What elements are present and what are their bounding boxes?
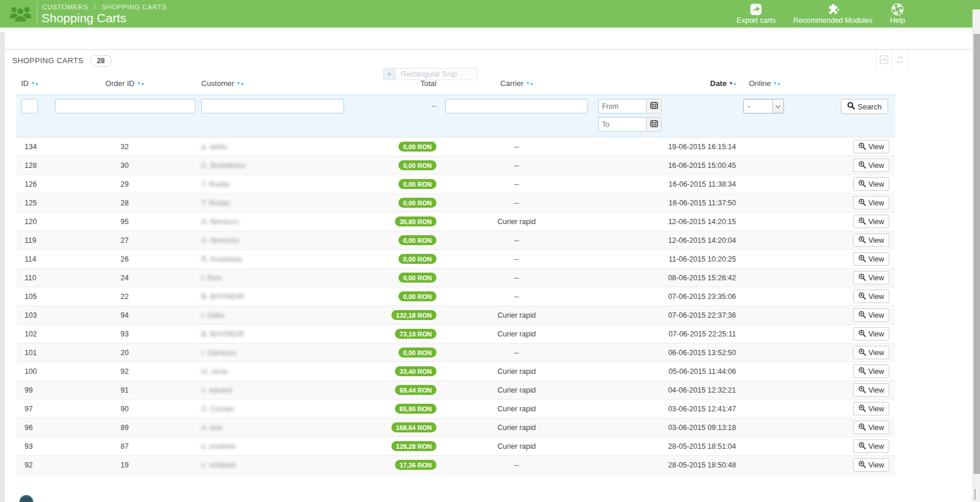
date-to-picker-button[interactable] xyxy=(646,117,662,132)
total-cell: 0,00 RON xyxy=(349,142,443,152)
sort-desc-icon[interactable]: ▾ xyxy=(137,81,140,86)
customer-name-blurred: a. stirbu xyxy=(201,143,227,151)
chevron-down-icon xyxy=(975,489,975,500)
customer-name-blurred: I. Dalia xyxy=(201,311,224,319)
column-header-online[interactable]: Online ▾▴ xyxy=(743,79,807,88)
view-button[interactable]: View xyxy=(853,439,889,453)
total-cell: 73,10 RON xyxy=(349,329,443,339)
view-button[interactable]: View xyxy=(853,215,889,228)
zoom-in-icon xyxy=(858,236,866,245)
sort-icons-carrier[interactable]: ▾▴ xyxy=(527,81,533,86)
filter-carrier-input[interactable] xyxy=(445,99,588,114)
customer-name-cell: a. stirbu xyxy=(198,143,349,151)
page-title: Shopping Carts xyxy=(42,11,126,25)
view-button[interactable]: View xyxy=(853,327,889,341)
sort-desc-icon-active[interactable]: ▾ xyxy=(730,81,733,86)
table-row: 99 91 s. eduard 69,44 RON Curier rapid 0… xyxy=(16,381,895,400)
view-button[interactable]: View xyxy=(853,402,889,415)
filter-order-id-input[interactable] xyxy=(55,99,195,114)
scrollbar-thumb[interactable] xyxy=(974,34,980,474)
view-button[interactable]: View xyxy=(853,196,889,209)
date-cell: 28-05-2015 18:51:04 xyxy=(590,442,743,451)
snip-tooltip-label: Rectangular Snip xyxy=(396,70,457,78)
vertical-scrollbar[interactable] xyxy=(972,9,980,502)
customer-name-cell: m. stroe xyxy=(198,367,349,376)
recommended-modules-button[interactable]: Recommended Modules xyxy=(793,0,873,25)
sort-icons-online[interactable]: ▾▴ xyxy=(774,81,780,86)
view-button[interactable]: View xyxy=(853,346,889,359)
panel-export-button[interactable] xyxy=(876,50,892,71)
view-button[interactable]: View xyxy=(853,308,889,322)
actions-cell: View xyxy=(807,196,895,209)
scrollbar-down-arrow[interactable] xyxy=(975,489,975,500)
view-button[interactable]: View xyxy=(853,290,889,303)
column-header-id[interactable]: ID ▾▴ xyxy=(16,79,51,88)
header-actions: Export carts Recommended Modules Help xyxy=(737,0,905,27)
sort-asc-icon[interactable]: ▴ xyxy=(530,81,533,86)
view-button[interactable]: View xyxy=(853,140,889,153)
view-button[interactable]: View xyxy=(853,271,889,284)
shopping-carts-panel: SHOPPING CARTS 28 xyxy=(5,49,972,475)
sort-desc-icon[interactable]: ▾ xyxy=(774,81,777,86)
order-id-cell: 92 xyxy=(51,367,198,376)
view-button[interactable]: View xyxy=(853,365,889,378)
view-button[interactable]: View xyxy=(853,252,889,266)
customer-name-cell: s. eduard xyxy=(198,386,349,394)
carrier-cell: Curier rapid xyxy=(443,367,590,376)
export-carts-button[interactable]: Export carts xyxy=(737,0,776,25)
sort-asc-icon[interactable]: ▴ xyxy=(241,81,244,86)
help-button[interactable]: Help xyxy=(890,0,905,25)
total-cell: 0,00 RON xyxy=(349,179,443,189)
column-header-date[interactable]: Date ▾▴ xyxy=(590,79,743,88)
total-badge: 0,00 RON xyxy=(398,254,436,264)
total-badge: 30,80 RON xyxy=(395,216,436,226)
sort-icons-order[interactable]: ▾▴ xyxy=(137,81,144,86)
date-cell: 11-06-2015 10:20:25 xyxy=(590,255,743,263)
sort-icons-date[interactable]: ▾▴ xyxy=(730,81,736,86)
search-button[interactable]: Search xyxy=(841,99,888,114)
date-from-picker-button[interactable] xyxy=(646,99,662,114)
view-button[interactable]: View xyxy=(853,421,889,434)
total-badge: 69,44 RON xyxy=(395,385,436,395)
panel-refresh-button[interactable] xyxy=(892,50,907,71)
filter-id-input[interactable] xyxy=(21,99,38,114)
view-button[interactable]: View xyxy=(853,383,889,397)
breadcrumb-shopping-carts[interactable]: SHOPPING CARTS xyxy=(102,4,167,11)
date-filter-group xyxy=(598,99,662,132)
column-header-customer[interactable]: Customer ▾▴ xyxy=(198,79,349,88)
breadcrumb-customers[interactable]: CUSTOMERS xyxy=(42,4,88,11)
customer-name-cell: C. Coman xyxy=(198,405,349,413)
view-button[interactable]: View xyxy=(853,159,889,172)
sort-asc-icon[interactable]: ▴ xyxy=(36,81,39,86)
zoom-in-icon xyxy=(858,423,866,432)
order-id-cell: 89 xyxy=(51,424,198,432)
order-id-cell: 90 xyxy=(51,405,198,413)
sort-asc-icon[interactable]: ▴ xyxy=(141,81,144,86)
table-row: 93 87 s. smileste 128,28 RON Curier rapi… xyxy=(16,437,895,456)
filter-date-to-input[interactable] xyxy=(598,117,646,132)
filter-online-select[interactable]: - xyxy=(743,99,784,114)
view-button-label: View xyxy=(868,461,884,469)
date-cell: 08-06-2015 15:26:42 xyxy=(590,274,743,282)
actions-cell: View xyxy=(807,327,895,341)
sort-desc-icon[interactable]: ▾ xyxy=(32,81,35,86)
customer-name-cell: s. smileste xyxy=(198,461,349,469)
sort-icons-id[interactable]: ▾▴ xyxy=(32,81,38,86)
column-header-order-id[interactable]: Order ID ▾▴ xyxy=(51,79,198,88)
zoom-in-icon xyxy=(858,217,866,226)
sort-icons-customer[interactable]: ▾▴ xyxy=(237,81,243,86)
view-button[interactable]: View xyxy=(853,233,889,247)
filter-date-from-input[interactable] xyxy=(598,99,646,114)
sort-asc-icon[interactable]: ▴ xyxy=(778,81,780,86)
snip-dot-icon xyxy=(388,73,391,75)
carrier-cell: -- xyxy=(443,461,590,469)
sort-asc-icon[interactable]: ▴ xyxy=(733,81,736,86)
total-badge: 0,00 RON xyxy=(398,235,436,245)
view-button[interactable]: View xyxy=(853,458,889,472)
sort-desc-icon[interactable]: ▾ xyxy=(527,81,529,86)
sort-desc-icon[interactable]: ▾ xyxy=(237,81,240,86)
view-button[interactable]: View xyxy=(853,177,889,191)
order-id-cell: 93 xyxy=(51,330,198,338)
filter-customer-input[interactable] xyxy=(201,99,344,114)
total-cell: 33,40 RON xyxy=(349,366,443,376)
